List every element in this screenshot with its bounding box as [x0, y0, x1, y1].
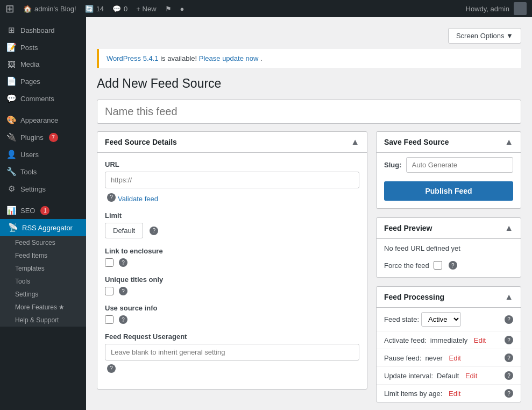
save-feed-source-header[interactable]: Save Feed Source ▲ [377, 132, 521, 153]
plugins-badge: 7 [49, 133, 58, 142]
sidebar-item-dashboard[interactable]: ⊞ Dashboard [0, 22, 86, 39]
pause-feed-row: Pause feed: never Edit ? [377, 349, 521, 367]
feed-processing-toggle-icon[interactable]: ▲ [505, 292, 513, 302]
sidebar-item-tools[interactable]: 🔧 Tools [0, 163, 86, 180]
update-interval-value: Default [437, 372, 459, 380]
unique-titles-help-icon[interactable]: ? [119, 287, 127, 295]
sidebar-item-feed-sources[interactable]: Feed Sources [0, 236, 86, 249]
activate-feed-help-icon[interactable]: ? [505, 336, 513, 344]
url-input[interactable] [105, 172, 359, 188]
sidebar-item-rss-aggregator[interactable]: 📡 RSS Aggregator [0, 219, 86, 236]
link-enclosure-label: Link to enclosure [105, 247, 359, 255]
update-interval-edit-link[interactable]: Edit [465, 372, 477, 380]
limit-items-help-icon[interactable]: ? [505, 389, 513, 398]
pause-feed-help-icon[interactable]: ? [505, 354, 513, 362]
use-source-info-checkbox-row: ? [105, 315, 359, 324]
sidebar-item-plugins[interactable]: 🔌 Plugins 7 [0, 129, 86, 146]
woocommerce-icon[interactable]: ⚑ [165, 5, 172, 13]
update-interval-help-icon[interactable]: ? [505, 371, 513, 380]
unique-titles-checkbox[interactable] [105, 287, 114, 295]
sidebar-item-users[interactable]: 👤 Users [0, 146, 86, 163]
use-source-info-help-icon[interactable]: ? [119, 315, 127, 324]
sidebar-item-help-support[interactable]: Help & Support [0, 314, 86, 327]
edit-form-sidebar: Save Feed Source ▲ Slug: Publish Feed Fe… [376, 131, 521, 410]
save-feed-toggle-icon[interactable]: ▲ [505, 137, 513, 147]
new-content-button[interactable]: + New [136, 5, 156, 13]
site-name[interactable]: 🏠 admin's Blog! [23, 5, 76, 13]
feed-name-input[interactable] [97, 100, 521, 124]
feed-state-select[interactable]: Active [421, 312, 461, 327]
wp-version-link[interactable]: WordPress 5.4.1 [107, 54, 159, 62]
comments-count[interactable]: 💬 0 [112, 5, 127, 13]
feed-state-left: Feed state: Active [384, 312, 461, 327]
feed-state-help-icon[interactable]: ? [505, 315, 513, 324]
posts-icon: 📝 [6, 43, 16, 52]
feed-state-row: Feed state: Active ? [377, 308, 521, 331]
activate-feed-row: Activate feed: immediately Edit ? [377, 331, 521, 349]
sidebar-item-media[interactable]: 🖼 Media [0, 56, 86, 73]
limit-help-icon[interactable]: ? [150, 227, 158, 235]
screen-options-button[interactable]: Screen Options ▼ [448, 28, 521, 44]
useragent-label: Feed Request Useragent [105, 333, 359, 341]
collapse-menu-button[interactable]: ◀ Collapse menu [0, 403, 86, 410]
url-help-icon[interactable]: ? [107, 193, 116, 202]
url-field: URL ? Validate feed [105, 160, 359, 203]
main-content: Screen Options ▼ WordPress 5.4.1 is avai… [86, 17, 532, 410]
no-feed-text: No feed URL defined yet [377, 239, 521, 258]
force-feed-row: Force the feed ? [377, 258, 521, 277]
sidebar-item-tools-sub[interactable]: Tools [0, 275, 86, 288]
wp-logo-icon[interactable]: ⊞ [5, 2, 15, 15]
feed-processing-metabox: Feed Processing ▲ Feed state: Active ? [376, 286, 521, 402]
limit-items-label: Limit items by age: [384, 390, 442, 398]
publish-feed-button[interactable]: Publish Feed [384, 181, 513, 201]
updates-count[interactable]: 🔄 14 [85, 5, 104, 13]
sidebar-item-posts[interactable]: 📝 Posts [0, 39, 86, 56]
update-now-link[interactable]: Please update now [199, 54, 259, 62]
sidebar-item-settings[interactable]: ⚙ Settings [0, 180, 86, 197]
admin-bar: ⊞ 🏠 admin's Blog! 🔄 14 💬 0 + New ⚑ ● How… [0, 0, 532, 17]
sidebar-item-more-features[interactable]: More Features ★ [0, 301, 86, 314]
feed-processing-header[interactable]: Feed Processing ▲ [377, 287, 521, 308]
sidebar-item-feed-items[interactable]: Feed Items [0, 249, 86, 262]
sidebar-item-seo[interactable]: 📊 SEO 1 [0, 202, 86, 219]
activate-edit-link[interactable]: Edit [474, 336, 486, 344]
link-enclosure-help-icon[interactable]: ? [119, 258, 127, 267]
activate-feed-value: immediately [430, 336, 467, 344]
force-feed-help-icon[interactable]: ? [449, 261, 457, 270]
update-interval-row: Update interval: Default Edit ? [377, 367, 521, 385]
limit-default-button[interactable]: Default [105, 223, 143, 238]
feed-source-details-header[interactable]: Feed Source Details ▲ [97, 132, 367, 153]
limit-items-edit-link[interactable]: Edit [449, 390, 460, 398]
update-interval-label: Update interval: [384, 372, 433, 380]
force-feed-checkbox[interactable] [434, 261, 442, 270]
sidebar-item-settings-sub[interactable]: Settings [0, 288, 86, 301]
pause-edit-link[interactable]: Edit [449, 354, 461, 362]
status-icon[interactable]: ● [180, 5, 185, 13]
useragent-help-icon[interactable]: ? [107, 364, 116, 373]
sidebar-item-appearance[interactable]: 🎨 Appearance [0, 111, 86, 129]
comments-icon: 💬 [112, 5, 121, 13]
edit-form-layout: Feed Source Details ▲ URL ? Validate fee… [97, 131, 521, 410]
notice-text-mid: is available! [160, 54, 199, 62]
page-title: Add New Feed Source [97, 76, 521, 91]
avatar[interactable] [514, 2, 527, 15]
sidebar-item-templates[interactable]: Templates [0, 262, 86, 275]
useragent-input[interactable] [105, 344, 359, 360]
seo-badge: 1 [40, 206, 49, 215]
pause-feed-left: Pause feed: never Edit [384, 354, 461, 362]
validate-feed-link[interactable]: Validate feed [118, 195, 158, 203]
link-enclosure-checkbox[interactable] [105, 258, 114, 267]
rss-submenu: Feed Sources Feed Items Templates Tools … [0, 236, 86, 327]
useragent-field: Feed Request Useragent ? [105, 333, 359, 373]
link-enclosure-field: Link to enclosure ? [105, 247, 359, 267]
feed-preview-toggle-icon[interactable]: ▲ [505, 223, 513, 233]
sidebar-item-comments[interactable]: 💬 Comments [0, 90, 86, 107]
sidebar-item-pages[interactable]: 📄 Pages [0, 73, 86, 90]
notice-text-end: . [260, 54, 263, 62]
feed-preview-header[interactable]: Feed Preview ▲ [377, 218, 521, 239]
use-source-info-checkbox[interactable] [105, 315, 114, 324]
metabox-toggle-icon[interactable]: ▲ [351, 137, 359, 147]
slug-input[interactable] [406, 157, 514, 173]
comments-menu-icon: 💬 [6, 94, 16, 103]
use-source-info-label: Use source info [105, 304, 359, 312]
